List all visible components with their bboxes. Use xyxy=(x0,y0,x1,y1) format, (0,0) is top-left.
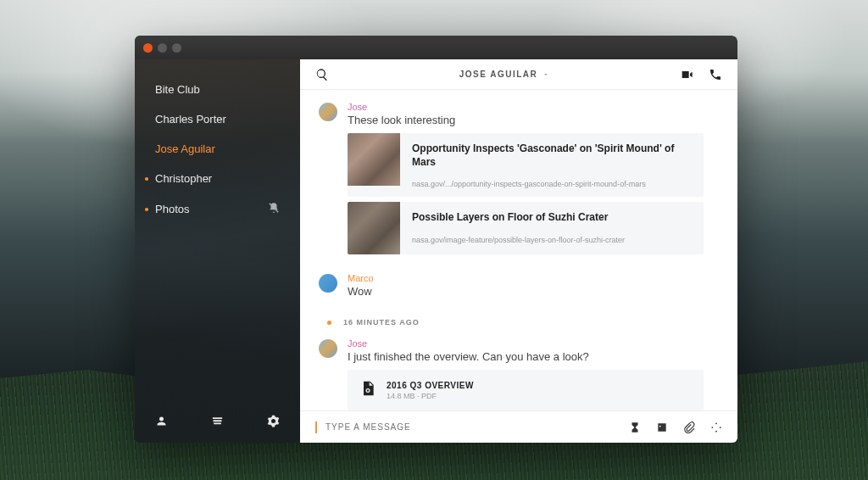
message-input[interactable] xyxy=(326,422,629,432)
link-url: nasa.gov/.../opportunity-inspects-gascon… xyxy=(412,180,692,188)
link-preview-card[interactable]: Opportunity Inspects 'Gasconade' on 'Spi… xyxy=(348,133,704,197)
sender-name: Jose xyxy=(348,338,719,349)
avatar[interactable] xyxy=(319,274,337,293)
contacts-icon[interactable] xyxy=(155,415,168,431)
search-icon[interactable] xyxy=(315,68,329,81)
file-attachment-card[interactable]: 2016 Q3 OVERVIEW 14.8 MB · PDF xyxy=(348,370,704,410)
chat-main-pane: JOSE AGUILAR Jose These look interesting… xyxy=(300,36,737,443)
timer-icon[interactable] xyxy=(629,421,641,433)
avatar[interactable] xyxy=(319,103,337,121)
link-preview-card[interactable]: Possible Layers on Floor of Suzhi Crater… xyxy=(348,202,704,254)
message-group: Jose I just finished the overview. Can y… xyxy=(319,338,719,410)
sender-name: Jose xyxy=(348,102,719,112)
chat-title[interactable]: JOSE AGUILAR xyxy=(329,70,680,79)
file-meta: 14.8 MB · PDF xyxy=(387,392,692,400)
archive-icon[interactable] xyxy=(211,415,224,431)
conversation-label: Jose Aguilar xyxy=(155,142,215,155)
sidebar-footer xyxy=(135,403,300,443)
chat-app-window: Bite Club Charles Porter Jose Aguilar Ch… xyxy=(135,36,737,443)
chat-header: JOSE AGUILAR xyxy=(300,59,737,90)
image-icon[interactable] xyxy=(656,421,668,433)
link-thumbnail xyxy=(348,202,400,254)
conversation-item[interactable]: Photos xyxy=(135,193,300,225)
conversations-sidebar: Bite Club Charles Porter Jose Aguilar Ch… xyxy=(135,36,300,443)
messages-list: Jose These look interesting Opportunity … xyxy=(300,90,737,410)
composer-cursor-bar xyxy=(315,421,317,433)
conversation-item[interactable]: Bite Club xyxy=(135,75,300,104)
svg-point-0 xyxy=(715,422,717,424)
conversation-label: Photos xyxy=(155,203,189,215)
message-text: I just finished the overview. Can you ha… xyxy=(348,350,719,363)
maximize-window-button[interactable] xyxy=(172,43,181,53)
conversation-label: Charles Porter xyxy=(155,113,226,126)
conversation-item-active[interactable]: Jose Aguilar xyxy=(135,134,300,164)
link-title: Possible Layers on Floor of Suzhi Crater xyxy=(412,210,692,224)
link-title: Opportunity Inspects 'Gasconade' on 'Spi… xyxy=(412,142,692,169)
message-group: Jose These look interesting Opportunity … xyxy=(319,102,719,260)
link-url: nasa.gov/image-feature/possible-layers-o… xyxy=(412,236,692,244)
muted-icon xyxy=(268,202,280,216)
conversation-label: Bite Club xyxy=(155,83,200,96)
minimize-window-button[interactable] xyxy=(158,43,167,53)
message-composer xyxy=(300,410,737,443)
time-separator-text: 16 MINUTES AGO xyxy=(343,318,420,327)
svg-point-1 xyxy=(711,427,713,428)
message-text: Wow xyxy=(348,285,719,298)
more-icon[interactable] xyxy=(710,421,722,433)
voice-call-icon[interactable] xyxy=(709,68,722,81)
conversation-list: Bite Club Charles Porter Jose Aguilar Ch… xyxy=(135,59,300,403)
file-icon xyxy=(359,378,376,402)
message-text: These look interesting xyxy=(348,114,719,126)
window-titlebar[interactable] xyxy=(135,36,737,59)
video-call-icon[interactable] xyxy=(680,68,693,81)
unread-dot-icon xyxy=(327,321,331,325)
avatar[interactable] xyxy=(319,339,337,358)
conversation-label: Christopher xyxy=(155,172,212,185)
conversation-item[interactable]: Christopher xyxy=(135,164,300,193)
attachment-icon[interactable] xyxy=(683,421,695,433)
sender-name: Marco xyxy=(348,273,719,283)
message-group: Marco Wow xyxy=(319,273,719,304)
svg-point-3 xyxy=(715,430,717,432)
svg-point-2 xyxy=(720,427,721,428)
chevron-down-icon xyxy=(542,71,549,78)
chat-title-text: JOSE AGUILAR xyxy=(459,70,538,79)
link-thumbnail xyxy=(348,133,400,186)
file-name: 2016 Q3 OVERVIEW xyxy=(387,381,692,390)
time-separator: 16 MINUTES AGO xyxy=(319,318,719,327)
close-window-button[interactable] xyxy=(143,43,153,53)
conversation-item[interactable]: Charles Porter xyxy=(135,104,300,134)
settings-icon[interactable] xyxy=(267,415,280,431)
